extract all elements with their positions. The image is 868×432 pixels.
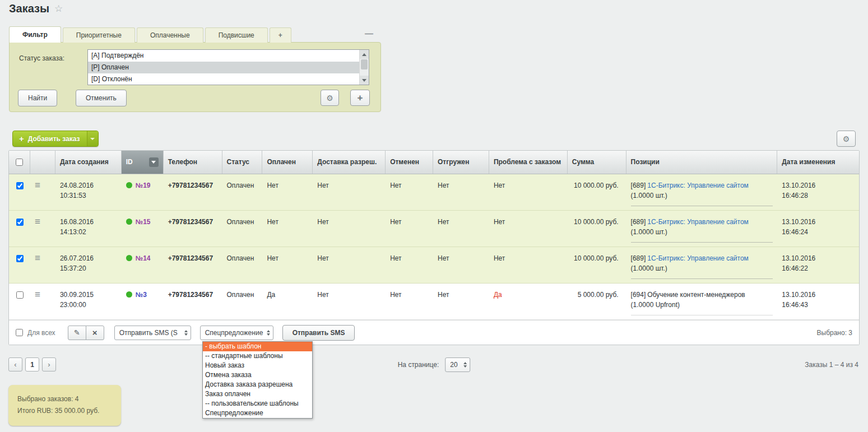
find-button[interactable]: Найти — [18, 90, 57, 106]
tab-filter[interactable]: Фильтр — [9, 26, 61, 43]
dropdown-item[interactable]: Заказ оплачен — [203, 389, 312, 399]
col-id[interactable]: ID — [122, 151, 164, 174]
scroll-up-button[interactable] — [360, 50, 369, 59]
order-id-link[interactable]: №19 — [136, 182, 151, 189]
filter-tabs: Фильтр Приоритетные Оплаченные Подвисшие… — [9, 26, 293, 43]
dropdown-item[interactable]: Новый заказ — [203, 361, 312, 370]
cell-canceled: Нет — [386, 211, 433, 247]
order-id-link[interactable]: №3 — [136, 291, 147, 299]
col-id-label: ID — [126, 158, 133, 166]
col-date-created[interactable]: Дата создания — [55, 151, 122, 174]
col-delivery-allowed[interactable]: Доставка разреш. — [313, 151, 386, 174]
col-phone[interactable]: Телефон — [164, 151, 222, 174]
cell-canceled: Нет — [386, 174, 433, 210]
col-problem[interactable]: Проблема с заказом — [489, 151, 568, 174]
cell-phone: +79781234567 — [164, 174, 222, 210]
cell-delivery-allowed: Нет — [313, 211, 386, 247]
cell-positions: [694]Обучение контент-менеджеров (1.0000… — [626, 284, 778, 319]
dropdown-item[interactable]: - выбрать шаблон — [203, 342, 312, 351]
position-id: [689] — [631, 254, 646, 262]
sms-template-select[interactable]: Спецпредложение — [200, 326, 273, 340]
col-canceled[interactable]: Отменен — [386, 151, 433, 174]
tab-paid[interactable]: Оплаченные — [137, 27, 203, 43]
order-id-link[interactable]: №14 — [136, 254, 151, 262]
col-sum[interactable]: Сумма — [568, 151, 626, 174]
grid-toolbar: + Добавить заказ ⚙ — [8, 128, 860, 150]
col-date-modified[interactable]: Дата изменения — [777, 151, 859, 174]
col-positions[interactable]: Позиции — [626, 151, 778, 174]
add-order-button[interactable]: + Добавить заказ — [12, 131, 99, 147]
prev-page-button[interactable]: ‹ — [8, 357, 22, 371]
close-icon: × — [92, 328, 98, 337]
row-menu-icon[interactable]: ≡ — [35, 180, 40, 191]
next-page-button[interactable]: › — [42, 357, 56, 371]
current-page-button[interactable]: 1 — [25, 357, 39, 371]
row-menu-icon[interactable]: ≡ — [35, 253, 40, 263]
edit-selected-button[interactable]: ✎ — [68, 326, 86, 340]
scroll-down-button[interactable] — [360, 76, 369, 85]
cell-select — [9, 211, 30, 247]
tab-pending[interactable]: Подвисшие — [205, 27, 268, 43]
product-link[interactable]: 1С-Битрикс: Управление сайтом — [647, 254, 749, 262]
gear-icon: ⚙ — [326, 94, 333, 103]
row-menu-icon[interactable]: ≡ — [35, 216, 40, 227]
add-filter-tab-button[interactable]: + — [270, 27, 291, 43]
dropdown-item[interactable]: Доставка заказа разрешена — [203, 380, 312, 389]
page-buttons: ‹ 1 › — [8, 357, 56, 371]
tab-priority[interactable]: Приоритетные — [63, 27, 135, 43]
header-cell-menu — [30, 151, 55, 174]
row-action-buttons: ✎ × — [68, 326, 104, 340]
select-all-checkbox[interactable] — [16, 159, 23, 166]
col-status[interactable]: Статус — [222, 151, 263, 174]
send-sms-button[interactable]: Отправить SMS — [282, 325, 355, 341]
table-row: ≡ 26.07.2016 15:37:20 №14 +79781234567 О… — [9, 247, 859, 284]
status-option-selected[interactable]: [P] Оплачен — [88, 62, 359, 73]
for-all-checkbox[interactable] — [16, 329, 23, 336]
order-status-listbox[interactable]: [A] Подтверждён [P] Оплачен [D] Отклонён — [87, 49, 369, 85]
collapse-filter-button[interactable]: — — [365, 29, 373, 38]
status-dot-icon — [126, 182, 132, 188]
dropdown-item[interactable]: Отмена заказа — [203, 370, 312, 380]
order-id-link[interactable]: №15 — [136, 218, 151, 226]
row-menu-icon[interactable]: ≡ — [35, 289, 40, 300]
status-dot-icon — [126, 291, 132, 298]
add-filter-field-button[interactable]: + — [350, 90, 370, 106]
filter-settings-button[interactable]: ⚙ — [321, 90, 339, 106]
scrollbar-thumb[interactable] — [361, 59, 368, 69]
status-option[interactable]: [A] Подтверждён — [88, 50, 359, 62]
pagination: ‹ 1 › На странице: 20 Заказы 1 – 4 из 4 — [8, 357, 860, 374]
col-shipped[interactable]: Отгружен — [433, 151, 489, 174]
gear-icon: ⚙ — [843, 134, 850, 143]
row-checkbox[interactable] — [16, 291, 24, 299]
cell-status: Оплачен — [222, 174, 263, 210]
cell-positions: [689]1С-Битрикс: Управление сайтом (1.00… — [626, 247, 778, 283]
product-link[interactable]: Обучение контент-менеджеров — [647, 291, 745, 299]
cancel-button[interactable]: Отменить — [76, 90, 127, 106]
row-checkbox[interactable] — [16, 255, 24, 262]
listbox-scrollbar[interactable] — [359, 50, 369, 85]
dropdown-item[interactable]: -- стандартные шаблоны — [203, 351, 312, 361]
grid-settings-button[interactable]: ⚙ — [837, 131, 856, 147]
position-entry: [689]1С-Битрикс: Управление сайтом (1.00… — [631, 180, 773, 206]
position-id: [689] — [631, 218, 646, 226]
position-entry: [689]1С-Битрикс: Управление сайтом (1.00… — [631, 253, 773, 279]
row-checkbox[interactable] — [16, 182, 24, 189]
col-paid[interactable]: Оплачен — [262, 151, 313, 174]
cell-date-modified: 13.10.2016 16:46:22 — [777, 247, 859, 283]
dropdown-item[interactable]: Спецпредложение — [203, 408, 312, 418]
product-link[interactable]: 1С-Битрикс: Управление сайтом — [647, 182, 749, 189]
status-option[interactable]: [D] Отклонён — [88, 73, 359, 85]
add-order-menu-button[interactable] — [87, 131, 98, 146]
product-link[interactable]: 1С-Битрикс: Управление сайтом — [647, 218, 749, 226]
delete-selected-button[interactable]: × — [86, 326, 104, 340]
cell-paid: Нет — [262, 174, 313, 210]
group-action-select[interactable]: Отправить SMS (S — [114, 326, 191, 340]
favorite-star-icon[interactable]: ☆ — [54, 3, 63, 15]
sort-menu-button[interactable] — [149, 157, 159, 167]
dropdown-item[interactable]: -- пользовательские шаблоны — [203, 399, 312, 408]
row-checkbox[interactable] — [16, 219, 24, 226]
cell-problem: Да — [489, 284, 568, 319]
cell-shipped: Нет — [433, 247, 489, 283]
per-page-select[interactable]: 20 — [445, 357, 470, 372]
cell-select — [9, 247, 30, 283]
